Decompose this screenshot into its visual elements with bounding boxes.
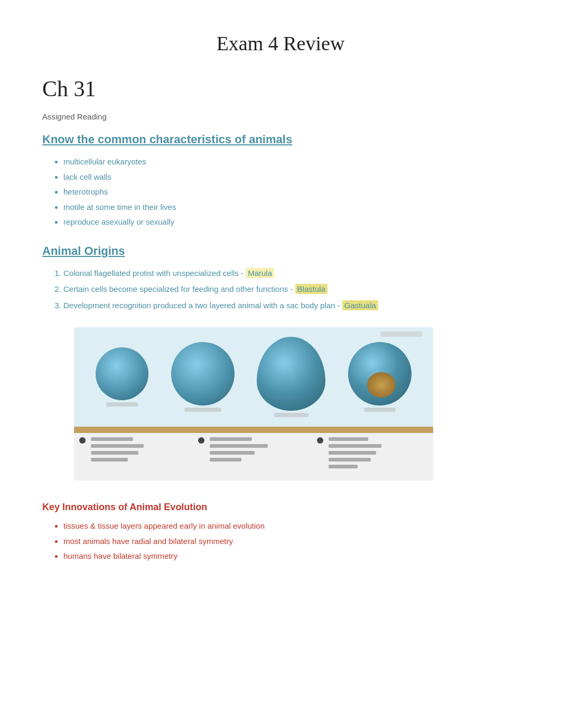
list-item: heterotrophs: [63, 186, 519, 198]
diagram-bottom-item: [79, 437, 190, 464]
diagram-bottom-item: [317, 437, 428, 471]
list-item: lack cell walls: [63, 171, 519, 183]
list-item: Certain cells become specialized for fee…: [63, 283, 519, 296]
section3-heading: Key Innovations of Animal Evolution: [42, 502, 519, 513]
diagram-bottom: [74, 433, 433, 481]
highlight-blastula: Blastula: [295, 284, 328, 294]
list-item-text-before: Development recognition produced a two l…: [63, 301, 340, 310]
diagram-divider: [74, 427, 433, 433]
diagram-bottom-item: [198, 437, 309, 464]
list-item-text-before: Colonial flagellated protist with unspec…: [63, 269, 244, 278]
diagram-top: [74, 327, 433, 427]
section1-bullet-list: multicellular eukaryotes lack cell walls…: [42, 156, 519, 228]
list-item: Colonial flagellated protist with unspec…: [63, 268, 519, 280]
section2-heading: Animal Origins: [42, 244, 519, 258]
diagram-circle-2: [171, 342, 235, 406]
chapter-heading: Ch 31: [42, 76, 519, 102]
highlight-gastuala: Gastuala: [342, 300, 378, 310]
list-item: most animals have radial and bilateral s…: [63, 536, 519, 548]
list-item: motile at some time in their lives: [63, 201, 519, 214]
list-item: humans have bilateral symmetry: [63, 550, 519, 563]
section1-heading: Know the common characteristics of anima…: [42, 133, 519, 146]
assigned-reading-label: Assigned Reading: [42, 112, 519, 121]
list-item: multicellular eukaryotes: [63, 156, 519, 168]
diagram-circle-1: [96, 347, 148, 400]
diagram-circle-4: [348, 342, 412, 406]
diagram-circle-3: [257, 337, 325, 411]
list-item: reproduce asexually or sexually: [63, 216, 519, 228]
section3-bullet-list: tissues & tissue layers appeared early i…: [42, 520, 519, 563]
section2-numbered-list: Colonial flagellated protist with unspec…: [42, 268, 519, 312]
page-title: Exam 4 Review: [42, 32, 519, 55]
highlight-marula: Marula: [246, 268, 274, 278]
list-item: Development recognition produced a two l…: [63, 300, 519, 312]
list-item-text-before: Certain cells become specialized for fee…: [63, 284, 293, 293]
diagram-image: [74, 327, 433, 481]
list-item: tissues & tissue layers appeared early i…: [63, 520, 519, 532]
